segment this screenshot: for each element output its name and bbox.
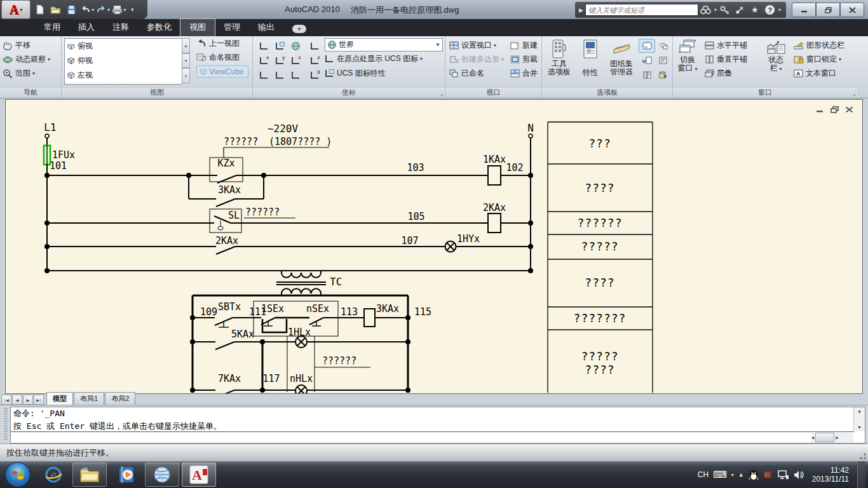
tab-annotate[interactable]: 注释	[104, 19, 138, 36]
taskbar-item-explorer[interactable]	[72, 463, 107, 487]
new-viewport-button[interactable]: 新建	[510, 38, 541, 52]
search-input[interactable]	[585, 4, 698, 16]
restore-button[interactable]	[816, 3, 840, 17]
switch-windows-button[interactable]: 切换 窗口▾	[674, 37, 701, 86]
up-arrow-icon[interactable]: ▲	[858, 407, 860, 415]
markup-set-button[interactable]	[639, 68, 655, 82]
chevron-down-icon[interactable]: ▾	[695, 66, 697, 72]
panel-label-viewports[interactable]: 视口	[445, 87, 541, 97]
chevron-down-icon[interactable]: ▾	[501, 57, 504, 62]
chevron-down-icon[interactable]: ▾	[839, 57, 841, 62]
ucs-object-button[interactable]	[271, 68, 288, 82]
panel-expand-icon[interactable]: ⌟	[853, 90, 855, 97]
list-item-top-view[interactable]: 俯视	[65, 39, 182, 53]
text-window-button[interactable]: A 文本窗口	[791, 66, 857, 80]
first-tab-button[interactable]: ∣◀	[1, 395, 11, 405]
tab-parametric[interactable]: 参数化	[138, 19, 180, 36]
quick-calc-button[interactable]	[654, 53, 671, 67]
command-vscrollbar[interactable]: ▲ ▼	[853, 407, 865, 431]
sheet-set-manager-button[interactable]: 图纸集 管理器	[606, 37, 637, 86]
chevron-down-icon[interactable]: ▾	[420, 56, 423, 62]
redo-button[interactable]: ▾	[96, 3, 111, 17]
keyboard-icon[interactable]: ⌨	[713, 469, 727, 480]
ucs-previous-button[interactable]	[255, 68, 272, 82]
orbit-button[interactable]: 动态观察 ▾	[0, 52, 61, 66]
plot-button[interactable]: ▾	[112, 3, 126, 17]
tab-manage[interactable]: 管理	[215, 19, 249, 36]
subscription-button[interactable]	[717, 4, 732, 16]
properties-button[interactable]: 特性	[576, 37, 604, 86]
drawing-status-bar-button[interactable]: 图形状态栏	[791, 38, 857, 52]
tile-horizontally-button[interactable]: 水平平铺	[702, 38, 761, 52]
command-input[interactable]	[11, 431, 854, 443]
tab-layout1[interactable]: 布局1	[74, 392, 104, 405]
ucs-button[interactable]	[255, 39, 272, 53]
list-item-bottom-view[interactable]: 仰视	[65, 53, 182, 68]
zoom-extents-button[interactable]: 范围 ▾	[0, 66, 61, 80]
left-arrow-icon[interactable]: ◀	[811, 435, 814, 440]
panel-label-navigate[interactable]: 导航	[0, 87, 61, 97]
minimize-button[interactable]	[792, 3, 816, 17]
resize-grip[interactable]	[858, 451, 867, 460]
qat-customize-button[interactable]: ▾	[131, 6, 134, 13]
taskbar-item-autocad[interactable]: A	[182, 463, 216, 487]
help-button[interactable]: ?	[763, 4, 778, 16]
open-button[interactable]	[48, 3, 63, 17]
list-item-left-view[interactable]: 左视	[65, 68, 182, 83]
device-disconnected-icon[interactable]	[763, 470, 773, 480]
panel-expand-icon[interactable]: ⌟	[440, 90, 443, 97]
chevron-down-icon[interactable]: ▼	[433, 42, 442, 48]
ime-options-icon[interactable]: ▾	[731, 472, 734, 478]
ucs-3point-button[interactable]: 3	[306, 68, 323, 82]
tab-layout2[interactable]: 布局2	[105, 392, 135, 405]
favorites-button[interactable]: ★	[747, 4, 763, 16]
hscroll-thumb[interactable]	[815, 433, 834, 442]
prev-tab-button[interactable]: ◀	[12, 395, 22, 405]
join-viewport-button[interactable]: 合并	[510, 66, 541, 80]
chevron-down-icon[interactable]: ▾	[778, 7, 781, 13]
tool-palettes-button[interactable]: 工具 选项板	[545, 37, 574, 86]
tab-view[interactable]: 视图	[180, 19, 215, 36]
qq-icon[interactable]	[749, 469, 759, 480]
taskbar-item-browser[interactable]	[145, 463, 179, 487]
doc-close-icon[interactable]	[845, 106, 853, 113]
clip-viewport-button[interactable]: 剪裁	[510, 52, 541, 66]
tab-insert[interactable]: 插入	[69, 19, 104, 36]
chevron-down-icon[interactable]: ▾	[92, 7, 94, 13]
clock[interactable]: 11:42 2013/11/11	[812, 466, 849, 484]
ucs-z-button[interactable]: z	[287, 53, 304, 67]
right-arrow-icon[interactable]: ▶	[836, 435, 838, 440]
show-desktop-button[interactable]	[857, 461, 865, 488]
chevron-down-icon[interactable]: ▾	[123, 7, 126, 13]
next-tab-button[interactable]: ▶	[23, 395, 33, 405]
new-button[interactable]	[32, 3, 47, 17]
show-ucs-icon-button[interactable]: 在原点处显示 UCS 图标 ▾	[325, 51, 443, 66]
undo-button[interactable]: ▾	[80, 3, 95, 17]
pan-button[interactable]: 平移	[0, 38, 61, 52]
external-references-button[interactable]	[639, 53, 655, 67]
infocenter-collapse-icon[interactable]: ▶	[579, 7, 583, 13]
dbconnect-button[interactable]	[654, 68, 671, 82]
ucs-zaxis-button[interactable]: z	[306, 53, 323, 67]
ucs-world-button[interactable]	[287, 39, 304, 53]
status-bar-button[interactable]: 状态 栏▾	[762, 37, 790, 86]
ucs-x-button[interactable]: x	[255, 53, 272, 67]
ucs-origin-button[interactable]	[306, 39, 323, 53]
panel-label-window[interactable]: 窗口	[673, 87, 857, 97]
scroll-down-button[interactable]: ▼	[182, 53, 190, 69]
panel-label-palettes[interactable]: 选项板	[542, 87, 672, 97]
command-line-toggle-button[interactable]	[639, 39, 655, 53]
doc-minimize-icon[interactable]	[816, 106, 824, 113]
ribbon-minimize-button[interactable]: ▼	[292, 25, 306, 33]
close-button[interactable]	[840, 3, 864, 17]
ucs-y-button[interactable]: y	[271, 53, 288, 67]
chevron-down-icon[interactable]: ▾	[494, 43, 496, 48]
previous-view-button[interactable]: 上一视图	[194, 36, 251, 50]
down-arrow-icon[interactable]: ▼	[858, 424, 860, 431]
command-window-grip[interactable]	[4, 408, 8, 441]
show-hidden-icons-button[interactable]: ▲	[738, 471, 744, 478]
start-button[interactable]	[5, 462, 31, 487]
scroll-split-button[interactable]: ⇟	[182, 68, 190, 83]
command-hscrollbar[interactable]: ◀ ▶	[811, 433, 853, 442]
window-lock-button[interactable]: 窗口锁定 ▾	[791, 52, 857, 66]
